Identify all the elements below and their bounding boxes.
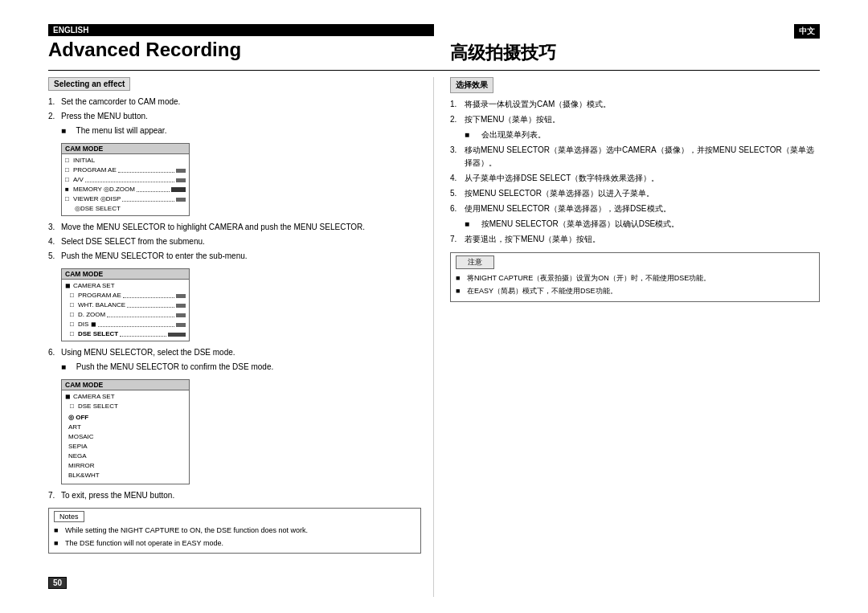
note-item-1: ■ While setting the NIGHT CAPTURE to ON,… xyxy=(54,525,416,537)
chinese-badge: 中文 xyxy=(794,24,820,39)
step-2-sub: ■ The menu list will appear. xyxy=(61,125,421,137)
menu-item-selected: □DSE SELECT xyxy=(70,329,186,339)
menu-item: □WHT. BALANCE xyxy=(70,300,186,310)
page-number: 50 xyxy=(48,577,67,589)
left-header: ENGLISH Advanced Recording xyxy=(48,24,434,61)
menu-item: ◎DSE SELECT xyxy=(75,204,186,214)
notes-header: Notes xyxy=(54,511,84,522)
menu-item: □DIS ◼ xyxy=(70,320,186,329)
step-6: 6. Using MENU SELECTOR, select the DSE m… xyxy=(48,346,421,358)
step-1: 1. Set the camcorder to CAM mode. xyxy=(48,96,421,108)
zh-note-item-2: ■ 在EASY（简易）模式下，不能使用DSE功能。 xyxy=(456,285,814,296)
menu-item: □INITIAL xyxy=(65,156,186,166)
page-title-en: Advanced Recording xyxy=(48,39,434,61)
zh-step-4: 4. 从子菜单中选择DSE SELECT（数字特殊效果选择）。 xyxy=(450,172,820,185)
step-7: 7. To exit, press the MENU button. xyxy=(48,489,421,501)
menu-item: □A/V xyxy=(65,175,186,185)
steps-list-2: 3. Move the MENU SELECTOR to highlight C… xyxy=(48,221,421,262)
zh-step-1: 1. 将摄录一体机设置为CAM（摄像）模式。 xyxy=(450,98,820,111)
menu-item: □VIEWER ◎DISP xyxy=(65,194,186,204)
menu-diagram-3: CAM MODE ◼CAMERA SET □DSE SELECT ◎ OFF A… xyxy=(61,379,190,484)
notes-box: Notes ■ While setting the NIGHT CAPTURE … xyxy=(48,508,421,554)
menu-item: □PROGRAM AE xyxy=(70,291,186,300)
zh-step-2: 2. 按下MENU（菜单）按钮。 xyxy=(450,113,820,126)
menu-item: □D. ZOOM xyxy=(70,310,186,320)
dse-list: ◎ OFF ART MOSAIC SEPIA NEGA MIRROR BLK&W… xyxy=(65,411,186,482)
menu-diagram-2: CAM MODE ◼CAMERA SET □PROGRAM AE □WHT. B… xyxy=(61,268,190,341)
zh-note-item-1: ■ 将NIGHT CAPTURE（夜景拍摄）设置为ON（开）时，不能使用DSE功… xyxy=(456,272,814,284)
step-5: 5. Push the MENU SELECTOR to enter the s… xyxy=(48,250,421,262)
right-column: 选择效果 1. 将摄录一体机设置为CAM（摄像）模式。 2. 按下MENU（菜单… xyxy=(434,77,820,597)
page-title-zh: 高级拍摄技巧 xyxy=(450,41,556,65)
notes-header-zh: 注意 xyxy=(456,255,494,269)
english-badge: ENGLISH xyxy=(48,24,434,36)
content: Selecting an effect 1. Set the camcorder… xyxy=(48,77,820,597)
header: ENGLISH Advanced Recording 中文 高级拍摄技巧 xyxy=(48,24,820,71)
menu-diagram-1: CAM MODE □INITIAL □PROGRAM AE □A/V ■MEMO… xyxy=(61,143,190,216)
step-2: 2. Press the MENU button. xyxy=(48,110,421,122)
section-heading-zh: 选择效果 xyxy=(450,77,493,93)
zh-steps-list: 1. 将摄录一体机设置为CAM（摄像）模式。 2. 按下MENU（菜单）按钮。 … xyxy=(450,98,820,246)
zh-step-7: 7. 若要退出，按下MENU（菜单）按钮。 xyxy=(450,233,820,246)
section-heading-en: Selecting an effect xyxy=(48,77,130,91)
menu-header-3: CAM MODE xyxy=(62,380,189,390)
zh-step-2-sub: ■ 会出现菜单列表。 xyxy=(465,129,820,141)
steps-list-4: 7. To exit, press the MENU button. xyxy=(48,489,421,501)
note-item-2: ■ The DSE function will not operate in E… xyxy=(54,538,416,550)
step-6-sub: ■ Push the MENU SELECTOR to confirm the … xyxy=(61,361,421,373)
menu-item: □DSE SELECT xyxy=(70,402,186,411)
zh-step-6-sub: ■ 按MENU SELECTOR（菜单选择器）以确认DSE模式。 xyxy=(465,218,820,231)
menu-item: ◼CAMERA SET xyxy=(65,281,186,291)
steps-list-3: 6. Using MENU SELECTOR, select the DSE m… xyxy=(48,346,421,373)
menu-item: ◼CAMERA SET xyxy=(65,392,186,402)
zh-step-5: 5. 按MENU SELECTOR（菜单选择器）以进入子菜单。 xyxy=(450,187,820,200)
right-header: 中文 高级拍摄技巧 xyxy=(434,24,820,65)
step-3: 3. Move the MENU SELECTOR to highlight C… xyxy=(48,221,421,233)
menu-item: □PROGRAM AE xyxy=(65,166,186,175)
step-4: 4. Select DSE SELECT from the submenu. xyxy=(48,235,421,247)
zh-step-6: 6. 使用MENU SELECTOR（菜单选择器），选择DSE模式。 xyxy=(450,202,820,215)
steps-list: 1. Set the camcorder to CAM mode. 2. Pre… xyxy=(48,96,421,137)
notes-box-zh: 注意 ■ 将NIGHT CAPTURE（夜景拍摄）设置为ON（开）时，不能使用D… xyxy=(450,252,820,302)
menu-header-2: CAM MODE xyxy=(62,269,189,280)
menu-item: ■MEMORY ◎D.ZOOM xyxy=(65,185,186,194)
left-column: Selecting an effect 1. Set the camcorder… xyxy=(48,77,434,597)
zh-step-3: 3. 移动MENU SELECTOR（菜单选择器）选中CAMERA（摄像），并按… xyxy=(450,144,820,170)
menu-header-1: CAM MODE xyxy=(62,144,189,154)
